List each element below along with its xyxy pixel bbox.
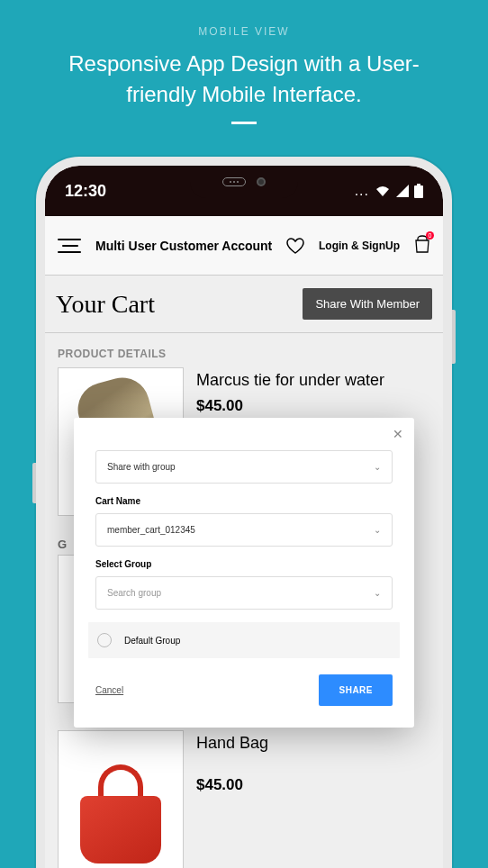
select-value: Share with group <box>107 462 176 472</box>
share-mode-select[interactable]: Share with group ⌄ <box>95 450 393 484</box>
cancel-button[interactable]: Cancel <box>95 685 123 695</box>
phone-screen: 12:30 ... Multi User Customer Account <box>45 166 443 868</box>
share-modal: ✕ Share with group ⌄ Cart Name member_ca… <box>74 418 414 728</box>
input-placeholder: Search group <box>107 588 161 598</box>
share-button[interactable]: SHARE <box>319 674 393 706</box>
cart-name-select[interactable]: member_cart_012345 ⌄ <box>95 513 393 547</box>
field-label: Cart Name <box>95 496 393 506</box>
search-group-input[interactable]: Search group ⌄ <box>95 576 393 610</box>
phone-side-button <box>452 310 456 364</box>
promo-label: MOBILE VIEW <box>36 25 452 38</box>
group-option[interactable]: Default Group <box>88 622 400 658</box>
field-label: Select Group <box>95 559 393 569</box>
phone-frame: 12:30 ... Multi User Customer Account <box>36 157 452 868</box>
promo-title: Responsive App Design with a User-friend… <box>36 49 452 109</box>
chevron-down-icon: ⌄ <box>374 462 381 472</box>
modal-overlay[interactable]: ✕ Share with group ⌄ Cart Name member_ca… <box>45 166 443 868</box>
close-icon[interactable]: ✕ <box>393 427 403 441</box>
radio-icon[interactable] <box>97 633 112 647</box>
phone-side-button <box>32 463 36 503</box>
select-value: member_cart_012345 <box>107 525 195 535</box>
chevron-down-icon: ⌄ <box>374 525 381 535</box>
group-name: Default Group <box>124 636 180 646</box>
divider <box>231 122 257 124</box>
chevron-down-icon: ⌄ <box>374 588 381 598</box>
